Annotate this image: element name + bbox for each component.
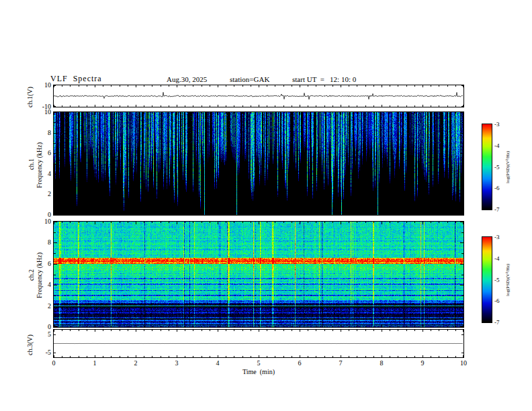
x-tick-label: 2 (129, 360, 142, 367)
colorbar-tick-label: -7 (494, 320, 500, 326)
ch3-waveform-panel (53, 329, 464, 358)
y-tick-label: 5 (31, 331, 51, 338)
ch1-spectrogram-panel (53, 111, 464, 216)
ch1-channel-label: ch.1 (28, 158, 35, 170)
ch2-channel-label: ch.2 (28, 269, 35, 281)
colorbar2-axis-label: log(PSD)(V²/Hz) (506, 264, 511, 296)
colorbar-tick-label: -3 (494, 234, 500, 240)
y-tick-label: -5 (31, 349, 51, 356)
colorbar1-canvas (482, 124, 492, 210)
colorbar-tick-label: -4 (494, 256, 500, 262)
ch1-frequency-axis-label: Frequency (kHz) (36, 142, 43, 188)
colorbar-tick-label: -5 (494, 277, 500, 283)
ch3-waveform-canvas (54, 330, 463, 357)
colorbar-tick-label: -6 (494, 185, 500, 191)
colorbar-tick-label: -7 (494, 207, 500, 213)
ch3-volts-axis-label: ch.3(V) (27, 334, 34, 355)
station-label: station=GAK (230, 75, 269, 83)
ch1-waveform-panel (53, 85, 464, 107)
ch1-volts-axis-label: ch.1(V) (27, 87, 34, 107)
x-tick-label: 4 (211, 360, 224, 367)
vlf-spectra-figure: VLF Spectra Aug.30, 2025 station=GAK sta… (0, 0, 532, 411)
y-tick-label: 10 (31, 218, 51, 225)
colorbar-tick-label: -3 (494, 122, 500, 128)
x-tick-label: 9 (416, 360, 429, 367)
colorbar-tick-label: -6 (494, 298, 500, 304)
page-title: VLF Spectra (50, 75, 102, 83)
start-ut-label: start UT = 12: 10: 0 (292, 75, 356, 83)
ch2-frequency-axis-label: Frequency (kHz) (36, 253, 43, 298)
x-tick-label: 7 (334, 360, 347, 367)
colorbar-tick-label: -5 (494, 165, 500, 171)
x-axis-title: Time (min) (225, 369, 292, 375)
x-tick-label: 6 (293, 360, 306, 367)
y-tick-label: 0 (31, 324, 51, 330)
y-tick-label: 2 (31, 191, 51, 197)
x-tick-label: 8 (375, 360, 388, 367)
y-tick-label: 8 (31, 130, 51, 136)
colorbar2-canvas (482, 237, 492, 322)
colorbar1-panel (482, 124, 492, 210)
y-tick-label: 10 (31, 109, 51, 116)
colorbar1-axis-label: log(PSD)(V²/Hz) (506, 151, 511, 183)
ch2-spectrogram-canvas (54, 222, 463, 327)
colorbar-tick-label: -4 (494, 143, 500, 149)
x-tick-label: 10 (457, 360, 470, 367)
x-tick-label: 1 (88, 360, 101, 367)
y-tick-label: 2 (31, 303, 51, 310)
ch2-spectrogram-panel (53, 221, 464, 328)
x-tick-label: 5 (252, 360, 265, 367)
y-tick-label: 10 (31, 82, 51, 89)
ch1-waveform-canvas (54, 85, 463, 107)
colorbar2-panel (482, 236, 492, 323)
x-tick-label: 0 (47, 360, 60, 367)
y-tick-label: 8 (31, 239, 51, 246)
ch1-spectrogram-canvas (54, 112, 463, 215)
date-label: Aug.30, 2025 (167, 75, 207, 83)
x-tick-label: 3 (170, 360, 183, 367)
